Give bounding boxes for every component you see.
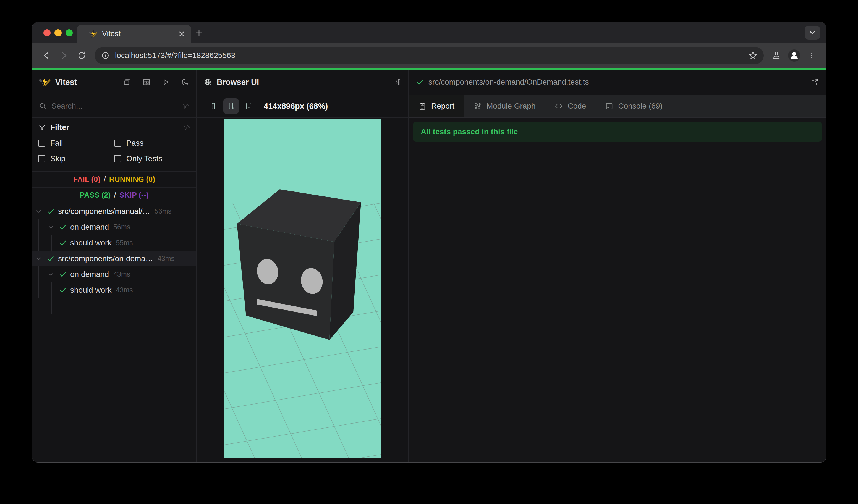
file-details-panel: src/components/on-demand/OnDemand.test.t… bbox=[409, 70, 826, 462]
address-bar[interactable]: localhost:5173/#/?file=1828625563 bbox=[95, 47, 764, 64]
vitest-favicon-icon bbox=[89, 30, 98, 38]
experiments-flask-icon[interactable] bbox=[769, 48, 784, 63]
preview-viewport bbox=[197, 118, 408, 462]
viewport-dimensions-label: 414x896px (68%) bbox=[264, 102, 328, 111]
app-title: Vitest bbox=[55, 78, 77, 87]
tree-row-file-manual[interactable]: src/components/manual/… 56ms bbox=[32, 204, 196, 219]
test-suite-label: on demand bbox=[70, 223, 109, 231]
filter-row-2: Skip Only Tests bbox=[38, 151, 190, 166]
tree-row-suite[interactable]: on demand 56ms bbox=[32, 219, 196, 235]
pass-checkbox[interactable] bbox=[114, 140, 121, 147]
skip-label: Skip bbox=[50, 154, 65, 163]
preview-header: Browser UI bbox=[197, 70, 408, 95]
test-explorer-sidebar: Vitest bbox=[32, 70, 196, 462]
fail-checkbox[interactable] bbox=[38, 140, 45, 147]
minimize-window-button[interactable] bbox=[54, 29, 62, 36]
close-window-button[interactable] bbox=[43, 29, 51, 36]
profile-avatar[interactable] bbox=[786, 48, 802, 63]
tab-module-graph[interactable]: Module Graph bbox=[464, 95, 545, 117]
tree-row-file-on-demand[interactable]: src/components/on-dema… 43ms bbox=[32, 250, 196, 266]
filter-option-pass[interactable]: Pass bbox=[114, 139, 190, 148]
tree-row-test[interactable]: should work 43ms bbox=[32, 282, 196, 298]
dashboard-icon[interactable] bbox=[142, 78, 151, 86]
clear-filter-icon[interactable] bbox=[182, 124, 190, 131]
dark-mode-moon-icon[interactable] bbox=[181, 78, 190, 86]
tested-app-iframe[interactable] bbox=[224, 119, 381, 458]
large-mobile-preset-button[interactable] bbox=[223, 98, 239, 114]
search-input[interactable] bbox=[51, 102, 182, 111]
window-controls bbox=[32, 22, 73, 43]
zoom-window-button[interactable] bbox=[65, 29, 73, 36]
pass-count: PASS (2) bbox=[80, 191, 111, 199]
chevron-down-icon[interactable] bbox=[46, 270, 55, 279]
tablet-preset-button[interactable] bbox=[241, 98, 256, 114]
test-duration: 55ms bbox=[116, 239, 133, 247]
browser-preview-panel: Browser UI bbox=[197, 70, 408, 462]
tests-passed-text: All tests passed in this file bbox=[421, 127, 518, 136]
filter-option-fail[interactable]: Fail bbox=[38, 139, 114, 148]
skip-checkbox[interactable] bbox=[38, 155, 45, 162]
browser-menu-icon[interactable] bbox=[804, 48, 820, 63]
sidebar-header: Vitest bbox=[32, 70, 196, 95]
test-duration: 43ms bbox=[158, 255, 174, 262]
tests-passed-banner: All tests passed in this file bbox=[413, 122, 822, 142]
only-tests-label: Only Tests bbox=[126, 154, 162, 163]
tab-report-label: Report bbox=[431, 102, 455, 111]
fail-label: Fail bbox=[50, 139, 63, 148]
pass-check-icon bbox=[416, 78, 424, 86]
site-info-icon[interactable] bbox=[101, 51, 110, 60]
tab-code-label: Code bbox=[568, 102, 586, 111]
close-tab-icon[interactable] bbox=[178, 30, 185, 37]
filter-section: Filter Fail bbox=[32, 118, 196, 172]
filter-option-only-tests[interactable]: Only Tests bbox=[114, 154, 190, 163]
bookmark-star-icon[interactable] bbox=[748, 51, 758, 60]
back-button[interactable] bbox=[39, 48, 54, 63]
test-duration: 56ms bbox=[113, 223, 130, 231]
vitest-ui: Vitest bbox=[32, 70, 826, 462]
chevron-down-icon[interactable] bbox=[46, 223, 55, 231]
filter-funnel-icon bbox=[38, 124, 46, 131]
pass-check-icon bbox=[59, 286, 67, 294]
forward-button[interactable] bbox=[57, 48, 72, 63]
pass-check-icon bbox=[46, 255, 55, 263]
reload-button[interactable] bbox=[74, 48, 90, 63]
small-mobile-preset-button[interactable] bbox=[206, 98, 221, 114]
test-duration: 43ms bbox=[116, 286, 133, 294]
pass-check-icon bbox=[59, 239, 67, 247]
url-text[interactable]: localhost:5173/#/?file=1828625563 bbox=[115, 51, 747, 60]
chevron-down-icon[interactable] bbox=[34, 254, 43, 263]
preview-title: Browser UI bbox=[217, 78, 259, 87]
collapse-tests-icon[interactable] bbox=[123, 78, 131, 86]
tab-code[interactable]: Code bbox=[545, 95, 595, 117]
open-in-editor-icon[interactable] bbox=[810, 78, 819, 86]
test-case-label: should work bbox=[70, 239, 111, 247]
tree-row-suite[interactable]: on demand 43ms bbox=[32, 266, 196, 282]
file-path: src/components/on-demand/OnDemand.test.t… bbox=[428, 78, 589, 86]
chevron-down-icon[interactable] bbox=[34, 207, 43, 216]
filter-row-1: Fail Pass bbox=[38, 135, 190, 151]
tab-search-chevron-button[interactable] bbox=[805, 26, 820, 39]
tree-row-test[interactable]: should work 55ms bbox=[32, 235, 196, 250]
clear-search-filter-icon[interactable] bbox=[182, 102, 190, 110]
tab-report[interactable]: Report bbox=[409, 95, 464, 117]
tab-module-graph-label: Module Graph bbox=[487, 102, 536, 111]
collapse-panel-icon[interactable] bbox=[393, 78, 401, 86]
filter-option-skip[interactable]: Skip bbox=[38, 154, 114, 163]
desktop-background: Vitest bbox=[0, 0, 858, 504]
tab-console[interactable]: Console (69) bbox=[595, 95, 672, 117]
new-tab-button[interactable] bbox=[191, 22, 207, 43]
device-toolbar: 414x896px (68%) bbox=[197, 95, 408, 118]
robot-cube bbox=[237, 189, 361, 340]
pass-check-icon bbox=[59, 270, 67, 278]
test-tree: src/components/manual/… 56ms on demand 5… bbox=[32, 204, 196, 298]
browser-tab[interactable]: Vitest bbox=[77, 25, 191, 43]
pass-label: Pass bbox=[126, 139, 143, 148]
test-file-label: src/components/on-dema… bbox=[58, 254, 153, 263]
search-row bbox=[32, 95, 196, 118]
filter-header: Filter bbox=[38, 119, 190, 135]
only-tests-checkbox[interactable] bbox=[114, 155, 121, 162]
tab-console-label: Console (69) bbox=[618, 102, 662, 111]
run-all-tests-icon[interactable] bbox=[161, 78, 170, 86]
detail-tabbar: Report Module Graph bbox=[409, 95, 826, 118]
test-file-label: src/components/manual/… bbox=[58, 207, 150, 216]
